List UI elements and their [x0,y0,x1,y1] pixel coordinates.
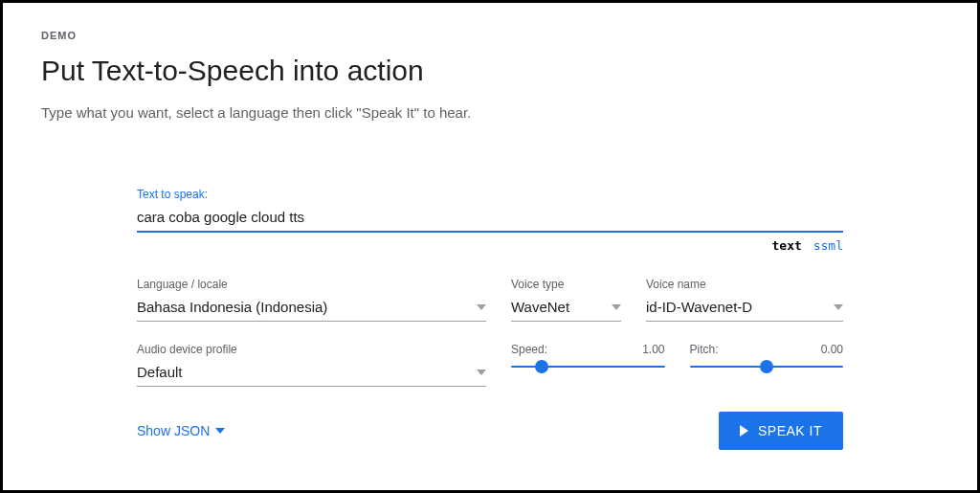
page-title: Put Text-to-Speech into action [41,55,939,87]
pitch-value: 0.00 [821,343,843,356]
speed-value: 1.00 [642,343,664,356]
voice-name-value: id-ID-Wavenet-D [646,299,752,315]
tab-text[interactable]: text [772,238,802,253]
language-value: Bahasa Indonesia (Indonesia) [137,299,327,315]
demo-form: Text to speak: text ssml Language / loca… [41,188,939,450]
format-tabs: text ssml [137,238,843,253]
text-to-speak-group: Text to speak: [137,188,843,233]
voice-type-field: Voice type WaveNet [511,278,621,322]
language-label: Language / locale [137,278,486,291]
chevron-down-icon [215,428,225,434]
voice-type-dropdown[interactable]: WaveNet [511,295,621,322]
demo-label: DEMO [41,30,939,41]
speak-it-label: SPEAK IT [758,423,822,438]
pitch-field: Pitch: 0.00 [690,343,844,368]
audio-profile-value: Default [137,364,183,380]
pitch-slider[interactable] [690,366,844,368]
speed-slider-thumb[interactable] [535,360,548,373]
language-dropdown[interactable]: Bahasa Indonesia (Indonesia) [137,295,486,322]
row-audio-sliders: Audio device profile Default Speed: 1.00… [137,343,843,387]
play-icon [740,425,748,437]
speed-slider[interactable] [511,366,665,368]
text-to-speak-input[interactable] [137,205,843,233]
speed-label: Speed: [511,343,547,356]
audio-profile-label: Audio device profile [137,343,486,356]
text-to-speak-label: Text to speak: [137,188,843,201]
caret-down-icon [477,304,486,310]
caret-down-icon [834,304,843,310]
show-json-toggle[interactable]: Show JSON [137,423,225,438]
page-subtitle: Type what you want, select a language th… [41,104,939,121]
caret-down-icon [477,370,486,375]
voice-type-label: Voice type [511,278,621,291]
voice-type-value: WaveNet [511,299,569,315]
voice-name-label: Voice name [646,278,843,291]
speed-field: Speed: 1.00 [511,343,665,368]
tab-ssml[interactable]: ssml [813,238,843,253]
show-json-label: Show JSON [137,423,210,438]
caret-down-icon [612,304,621,310]
audio-profile-dropdown[interactable]: Default [137,360,486,387]
pitch-slider-thumb[interactable] [760,360,773,373]
voice-name-field: Voice name id-ID-Wavenet-D [646,278,843,322]
speak-it-button[interactable]: SPEAK IT [719,412,843,450]
language-field: Language / locale Bahasa Indonesia (Indo… [137,278,486,322]
audio-profile-field: Audio device profile Default [137,343,486,387]
voice-name-dropdown[interactable]: id-ID-Wavenet-D [646,295,843,322]
pitch-label: Pitch: [690,343,719,356]
row-voice-selects: Language / locale Bahasa Indonesia (Indo… [137,278,843,322]
bottom-row: Show JSON SPEAK IT [137,412,843,450]
